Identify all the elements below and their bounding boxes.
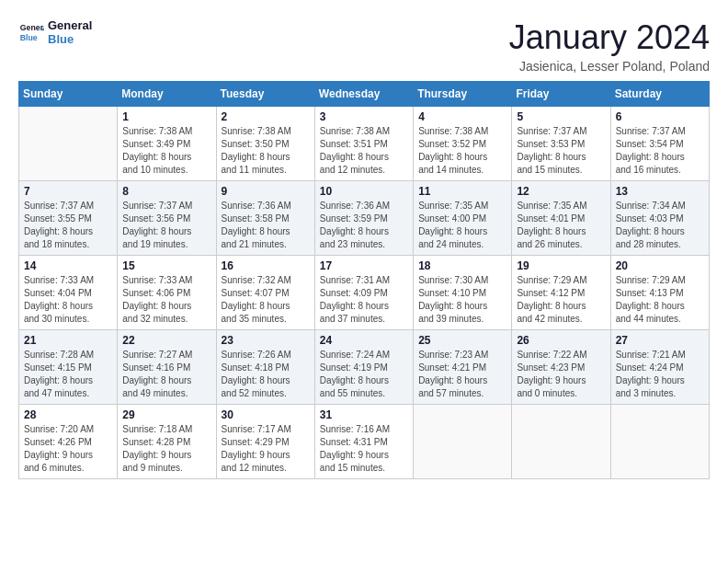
day-number: 14 — [24, 259, 112, 272]
calendar-cell: 2Sunrise: 7:38 AMSunset: 3:50 PMDaylight… — [216, 107, 314, 181]
day-info: Sunrise: 7:37 AMSunset: 3:54 PMDaylight:… — [616, 125, 704, 177]
day-number: 27 — [616, 334, 704, 347]
calendar-cell: 13Sunrise: 7:34 AMSunset: 4:03 PMDayligh… — [610, 181, 709, 256]
calendar-cell: 26Sunrise: 7:22 AMSunset: 4:23 PMDayligh… — [512, 330, 610, 405]
day-info: Sunrise: 7:27 AMSunset: 4:16 PMDaylight:… — [122, 349, 210, 400]
calendar-cell: 4Sunrise: 7:38 AMSunset: 3:52 PMDaylight… — [414, 107, 512, 181]
calendar-body: 1Sunrise: 7:38 AMSunset: 3:49 PMDaylight… — [19, 107, 710, 479]
day-info: Sunrise: 7:38 AMSunset: 3:49 PMDaylight:… — [122, 125, 210, 177]
calendar-cell: 14Sunrise: 7:33 AMSunset: 4:04 PMDayligh… — [19, 256, 118, 330]
calendar-week-1: 7Sunrise: 7:37 AMSunset: 3:55 PMDaylight… — [19, 181, 710, 256]
logo-line2: Blue — [48, 32, 92, 46]
day-number: 12 — [517, 185, 605, 198]
day-number: 3 — [320, 110, 408, 123]
day-info: Sunrise: 7:37 AMSunset: 3:55 PMDaylight:… — [24, 200, 112, 251]
calendar-week-3: 21Sunrise: 7:28 AMSunset: 4:15 PMDayligh… — [19, 330, 710, 405]
day-number: 15 — [122, 259, 210, 272]
header-saturday: Saturday — [610, 82, 709, 107]
calendar-cell — [610, 405, 709, 479]
month-title: January 2024 — [509, 18, 710, 57]
calendar-cell: 30Sunrise: 7:17 AMSunset: 4:29 PMDayligh… — [216, 405, 314, 479]
svg-text:Blue: Blue — [20, 33, 38, 42]
svg-text:General: General — [20, 23, 44, 32]
location: Jasienica, Lesser Poland, Poland — [509, 59, 710, 74]
calendar-cell: 6Sunrise: 7:37 AMSunset: 3:54 PMDaylight… — [610, 107, 709, 181]
day-info: Sunrise: 7:38 AMSunset: 3:52 PMDaylight:… — [418, 125, 506, 177]
logo-icon: General Blue — [18, 19, 44, 45]
calendar-cell: 23Sunrise: 7:26 AMSunset: 4:18 PMDayligh… — [216, 330, 314, 405]
calendar-cell: 16Sunrise: 7:32 AMSunset: 4:07 PMDayligh… — [216, 256, 314, 330]
day-number: 17 — [320, 259, 408, 272]
day-info: Sunrise: 7:34 AMSunset: 4:03 PMDaylight:… — [616, 200, 704, 251]
day-info: Sunrise: 7:24 AMSunset: 4:19 PMDaylight:… — [320, 349, 408, 400]
day-info: Sunrise: 7:38 AMSunset: 3:51 PMDaylight:… — [320, 125, 408, 177]
calendar-cell: 11Sunrise: 7:35 AMSunset: 4:00 PMDayligh… — [414, 181, 512, 256]
day-number: 21 — [24, 334, 112, 347]
calendar-cell: 20Sunrise: 7:29 AMSunset: 4:13 PMDayligh… — [610, 256, 709, 330]
day-number: 29 — [122, 408, 210, 421]
calendar-cell: 25Sunrise: 7:23 AMSunset: 4:21 PMDayligh… — [414, 330, 512, 405]
day-number: 13 — [616, 185, 704, 198]
day-number: 20 — [616, 259, 704, 272]
calendar-cell: 28Sunrise: 7:20 AMSunset: 4:26 PMDayligh… — [19, 405, 118, 479]
day-info: Sunrise: 7:26 AMSunset: 4:18 PMDaylight:… — [222, 349, 310, 400]
day-number: 22 — [122, 334, 210, 347]
header-wednesday: Wednesday — [314, 82, 413, 107]
calendar-cell: 12Sunrise: 7:35 AMSunset: 4:01 PMDayligh… — [512, 181, 610, 256]
day-info: Sunrise: 7:38 AMSunset: 3:50 PMDaylight:… — [222, 125, 310, 177]
calendar-week-2: 14Sunrise: 7:33 AMSunset: 4:04 PMDayligh… — [19, 256, 710, 330]
calendar-header-row: SundayMondayTuesdayWednesdayThursdayFrid… — [19, 82, 710, 107]
day-info: Sunrise: 7:29 AMSunset: 4:13 PMDaylight:… — [616, 274, 704, 326]
day-number: 4 — [418, 110, 506, 123]
calendar-cell: 7Sunrise: 7:37 AMSunset: 3:55 PMDaylight… — [19, 181, 118, 256]
day-number: 25 — [418, 334, 506, 347]
day-info: Sunrise: 7:37 AMSunset: 3:56 PMDaylight:… — [122, 200, 210, 251]
day-info: Sunrise: 7:20 AMSunset: 4:26 PMDaylight:… — [24, 423, 112, 475]
calendar-cell: 29Sunrise: 7:18 AMSunset: 4:28 PMDayligh… — [118, 405, 216, 479]
day-info: Sunrise: 7:32 AMSunset: 4:07 PMDaylight:… — [222, 274, 310, 326]
calendar-cell: 5Sunrise: 7:37 AMSunset: 3:53 PMDaylight… — [512, 107, 610, 181]
day-info: Sunrise: 7:36 AMSunset: 3:59 PMDaylight:… — [320, 200, 408, 251]
calendar-cell: 17Sunrise: 7:31 AMSunset: 4:09 PMDayligh… — [314, 256, 413, 330]
calendar-cell: 19Sunrise: 7:29 AMSunset: 4:12 PMDayligh… — [512, 256, 610, 330]
calendar-cell: 1Sunrise: 7:38 AMSunset: 3:49 PMDaylight… — [118, 107, 216, 181]
day-info: Sunrise: 7:28 AMSunset: 4:15 PMDaylight:… — [24, 349, 112, 400]
day-number: 9 — [222, 185, 310, 198]
calendar-cell: 10Sunrise: 7:36 AMSunset: 3:59 PMDayligh… — [314, 181, 413, 256]
day-info: Sunrise: 7:30 AMSunset: 4:10 PMDaylight:… — [418, 274, 506, 326]
day-number: 11 — [418, 185, 506, 198]
calendar-cell: 21Sunrise: 7:28 AMSunset: 4:15 PMDayligh… — [19, 330, 118, 405]
day-info: Sunrise: 7:17 AMSunset: 4:29 PMDaylight:… — [222, 423, 310, 475]
day-number: 26 — [517, 334, 605, 347]
calendar-cell: 3Sunrise: 7:38 AMSunset: 3:51 PMDaylight… — [314, 107, 413, 181]
day-info: Sunrise: 7:35 AMSunset: 4:01 PMDaylight:… — [517, 200, 605, 251]
day-number: 24 — [320, 334, 408, 347]
calendar-cell: 9Sunrise: 7:36 AMSunset: 3:58 PMDaylight… — [216, 181, 314, 256]
day-number: 18 — [418, 259, 506, 272]
day-info: Sunrise: 7:33 AMSunset: 4:04 PMDaylight:… — [24, 274, 112, 326]
day-number: 23 — [222, 334, 310, 347]
calendar-cell: 27Sunrise: 7:21 AMSunset: 4:24 PMDayligh… — [610, 330, 709, 405]
day-number: 30 — [222, 408, 310, 421]
header-monday: Monday — [118, 82, 216, 107]
day-info: Sunrise: 7:31 AMSunset: 4:09 PMDaylight:… — [320, 274, 408, 326]
calendar-week-0: 1Sunrise: 7:38 AMSunset: 3:49 PMDaylight… — [19, 107, 710, 181]
header-friday: Friday — [512, 82, 610, 107]
calendar-cell: 24Sunrise: 7:24 AMSunset: 4:19 PMDayligh… — [314, 330, 413, 405]
calendar-week-4: 28Sunrise: 7:20 AMSunset: 4:26 PMDayligh… — [19, 405, 710, 479]
day-number: 6 — [616, 110, 704, 123]
header-thursday: Thursday — [414, 82, 512, 107]
day-number: 5 — [517, 110, 605, 123]
header-sunday: Sunday — [19, 82, 118, 107]
calendar-cell: 31Sunrise: 7:16 AMSunset: 4:31 PMDayligh… — [314, 405, 413, 479]
day-number: 28 — [24, 408, 112, 421]
day-info: Sunrise: 7:33 AMSunset: 4:06 PMDaylight:… — [122, 274, 210, 326]
day-number: 31 — [320, 408, 408, 421]
calendar-cell: 8Sunrise: 7:37 AMSunset: 3:56 PMDaylight… — [118, 181, 216, 256]
calendar-cell: 22Sunrise: 7:27 AMSunset: 4:16 PMDayligh… — [118, 330, 216, 405]
calendar-table: SundayMondayTuesdayWednesdayThursdayFrid… — [18, 81, 710, 479]
day-number: 2 — [222, 110, 310, 123]
logo: General Blue General Blue — [18, 18, 92, 46]
day-number: 1 — [122, 110, 210, 123]
calendar-cell — [414, 405, 512, 479]
